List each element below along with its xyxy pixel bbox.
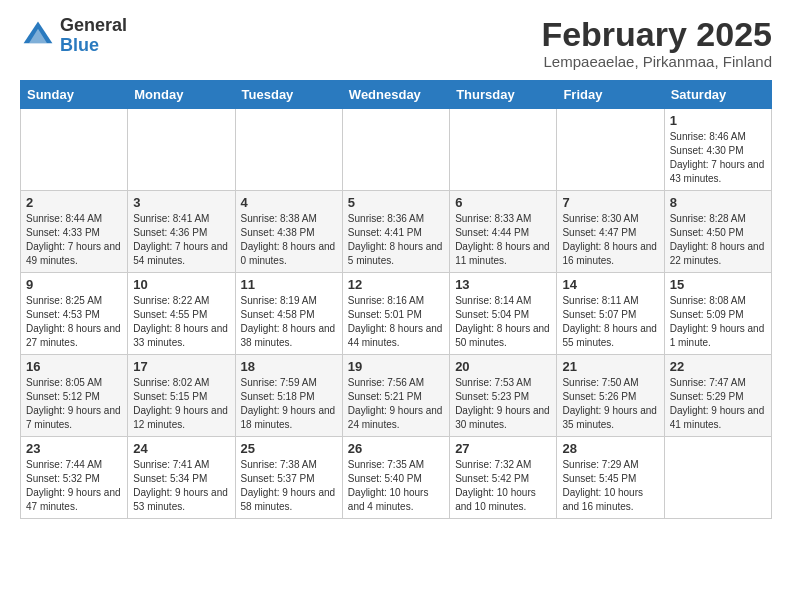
title-block: February 2025 Lempaeaelae, Pirkanmaa, Fi…	[541, 16, 772, 70]
weekday-header-wednesday: Wednesday	[342, 81, 449, 109]
day-info: Sunrise: 7:47 AM Sunset: 5:29 PM Dayligh…	[670, 376, 766, 432]
calendar-cell	[21, 109, 128, 191]
day-number: 5	[348, 195, 444, 210]
day-number: 4	[241, 195, 337, 210]
calendar-cell: 2Sunrise: 8:44 AM Sunset: 4:33 PM Daylig…	[21, 191, 128, 273]
week-row-3: 16Sunrise: 8:05 AM Sunset: 5:12 PM Dayli…	[21, 355, 772, 437]
calendar-table: SundayMondayTuesdayWednesdayThursdayFrid…	[20, 80, 772, 519]
calendar-cell	[664, 437, 771, 519]
logo-icon	[20, 18, 56, 54]
day-number: 25	[241, 441, 337, 456]
day-number: 23	[26, 441, 122, 456]
calendar-cell: 22Sunrise: 7:47 AM Sunset: 5:29 PM Dayli…	[664, 355, 771, 437]
day-number: 9	[26, 277, 122, 292]
day-number: 27	[455, 441, 551, 456]
day-info: Sunrise: 7:50 AM Sunset: 5:26 PM Dayligh…	[562, 376, 658, 432]
calendar-cell: 7Sunrise: 8:30 AM Sunset: 4:47 PM Daylig…	[557, 191, 664, 273]
day-info: Sunrise: 8:36 AM Sunset: 4:41 PM Dayligh…	[348, 212, 444, 268]
day-info: Sunrise: 8:08 AM Sunset: 5:09 PM Dayligh…	[670, 294, 766, 350]
day-info: Sunrise: 8:25 AM Sunset: 4:53 PM Dayligh…	[26, 294, 122, 350]
day-number: 1	[670, 113, 766, 128]
day-info: Sunrise: 8:19 AM Sunset: 4:58 PM Dayligh…	[241, 294, 337, 350]
day-info: Sunrise: 7:56 AM Sunset: 5:21 PM Dayligh…	[348, 376, 444, 432]
calendar-cell	[128, 109, 235, 191]
calendar-cell: 5Sunrise: 8:36 AM Sunset: 4:41 PM Daylig…	[342, 191, 449, 273]
day-info: Sunrise: 7:32 AM Sunset: 5:42 PM Dayligh…	[455, 458, 551, 514]
day-number: 12	[348, 277, 444, 292]
calendar-cell	[342, 109, 449, 191]
calendar-cell: 20Sunrise: 7:53 AM Sunset: 5:23 PM Dayli…	[450, 355, 557, 437]
logo-text: General Blue	[60, 16, 127, 56]
week-row-0: 1Sunrise: 8:46 AM Sunset: 4:30 PM Daylig…	[21, 109, 772, 191]
day-number: 18	[241, 359, 337, 374]
day-info: Sunrise: 8:41 AM Sunset: 4:36 PM Dayligh…	[133, 212, 229, 268]
calendar-cell: 12Sunrise: 8:16 AM Sunset: 5:01 PM Dayli…	[342, 273, 449, 355]
day-number: 20	[455, 359, 551, 374]
weekday-header-monday: Monday	[128, 81, 235, 109]
calendar-cell: 28Sunrise: 7:29 AM Sunset: 5:45 PM Dayli…	[557, 437, 664, 519]
calendar-cell: 15Sunrise: 8:08 AM Sunset: 5:09 PM Dayli…	[664, 273, 771, 355]
calendar-cell: 3Sunrise: 8:41 AM Sunset: 4:36 PM Daylig…	[128, 191, 235, 273]
calendar-body: 1Sunrise: 8:46 AM Sunset: 4:30 PM Daylig…	[21, 109, 772, 519]
day-number: 11	[241, 277, 337, 292]
logo-general: General	[60, 16, 127, 36]
calendar-cell: 24Sunrise: 7:41 AM Sunset: 5:34 PM Dayli…	[128, 437, 235, 519]
calendar-cell: 9Sunrise: 8:25 AM Sunset: 4:53 PM Daylig…	[21, 273, 128, 355]
week-row-1: 2Sunrise: 8:44 AM Sunset: 4:33 PM Daylig…	[21, 191, 772, 273]
day-number: 15	[670, 277, 766, 292]
calendar-cell: 16Sunrise: 8:05 AM Sunset: 5:12 PM Dayli…	[21, 355, 128, 437]
weekday-header-thursday: Thursday	[450, 81, 557, 109]
calendar-cell: 23Sunrise: 7:44 AM Sunset: 5:32 PM Dayli…	[21, 437, 128, 519]
weekday-header-sunday: Sunday	[21, 81, 128, 109]
calendar-cell: 25Sunrise: 7:38 AM Sunset: 5:37 PM Dayli…	[235, 437, 342, 519]
calendar-cell: 18Sunrise: 7:59 AM Sunset: 5:18 PM Dayli…	[235, 355, 342, 437]
day-info: Sunrise: 8:30 AM Sunset: 4:47 PM Dayligh…	[562, 212, 658, 268]
calendar-cell	[235, 109, 342, 191]
calendar-cell: 11Sunrise: 8:19 AM Sunset: 4:58 PM Dayli…	[235, 273, 342, 355]
day-number: 6	[455, 195, 551, 210]
day-info: Sunrise: 7:38 AM Sunset: 5:37 PM Dayligh…	[241, 458, 337, 514]
day-info: Sunrise: 8:28 AM Sunset: 4:50 PM Dayligh…	[670, 212, 766, 268]
day-info: Sunrise: 7:35 AM Sunset: 5:40 PM Dayligh…	[348, 458, 444, 514]
day-number: 10	[133, 277, 229, 292]
day-info: Sunrise: 7:59 AM Sunset: 5:18 PM Dayligh…	[241, 376, 337, 432]
day-number: 22	[670, 359, 766, 374]
day-info: Sunrise: 8:14 AM Sunset: 5:04 PM Dayligh…	[455, 294, 551, 350]
day-info: Sunrise: 8:05 AM Sunset: 5:12 PM Dayligh…	[26, 376, 122, 432]
calendar-cell	[450, 109, 557, 191]
day-number: 13	[455, 277, 551, 292]
day-info: Sunrise: 8:38 AM Sunset: 4:38 PM Dayligh…	[241, 212, 337, 268]
day-info: Sunrise: 8:16 AM Sunset: 5:01 PM Dayligh…	[348, 294, 444, 350]
day-info: Sunrise: 7:29 AM Sunset: 5:45 PM Dayligh…	[562, 458, 658, 514]
calendar-cell: 4Sunrise: 8:38 AM Sunset: 4:38 PM Daylig…	[235, 191, 342, 273]
day-number: 16	[26, 359, 122, 374]
day-number: 17	[133, 359, 229, 374]
day-info: Sunrise: 7:53 AM Sunset: 5:23 PM Dayligh…	[455, 376, 551, 432]
day-number: 19	[348, 359, 444, 374]
day-number: 14	[562, 277, 658, 292]
day-info: Sunrise: 7:44 AM Sunset: 5:32 PM Dayligh…	[26, 458, 122, 514]
day-number: 2	[26, 195, 122, 210]
calendar-cell: 19Sunrise: 7:56 AM Sunset: 5:21 PM Dayli…	[342, 355, 449, 437]
calendar-cell: 26Sunrise: 7:35 AM Sunset: 5:40 PM Dayli…	[342, 437, 449, 519]
header: General Blue February 2025 Lempaeaelae, …	[20, 16, 772, 70]
day-info: Sunrise: 8:22 AM Sunset: 4:55 PM Dayligh…	[133, 294, 229, 350]
day-number: 21	[562, 359, 658, 374]
location: Lempaeaelae, Pirkanmaa, Finland	[541, 53, 772, 70]
calendar-cell: 14Sunrise: 8:11 AM Sunset: 5:07 PM Dayli…	[557, 273, 664, 355]
page: General Blue February 2025 Lempaeaelae, …	[0, 0, 792, 529]
calendar-cell: 10Sunrise: 8:22 AM Sunset: 4:55 PM Dayli…	[128, 273, 235, 355]
month-title: February 2025	[541, 16, 772, 53]
logo: General Blue	[20, 16, 127, 56]
day-info: Sunrise: 8:11 AM Sunset: 5:07 PM Dayligh…	[562, 294, 658, 350]
day-number: 28	[562, 441, 658, 456]
calendar-cell: 13Sunrise: 8:14 AM Sunset: 5:04 PM Dayli…	[450, 273, 557, 355]
day-number: 7	[562, 195, 658, 210]
day-number: 8	[670, 195, 766, 210]
calendar-cell: 17Sunrise: 8:02 AM Sunset: 5:15 PM Dayli…	[128, 355, 235, 437]
day-info: Sunrise: 8:46 AM Sunset: 4:30 PM Dayligh…	[670, 130, 766, 186]
day-info: Sunrise: 7:41 AM Sunset: 5:34 PM Dayligh…	[133, 458, 229, 514]
calendar-cell: 8Sunrise: 8:28 AM Sunset: 4:50 PM Daylig…	[664, 191, 771, 273]
week-row-4: 23Sunrise: 7:44 AM Sunset: 5:32 PM Dayli…	[21, 437, 772, 519]
calendar-cell	[557, 109, 664, 191]
